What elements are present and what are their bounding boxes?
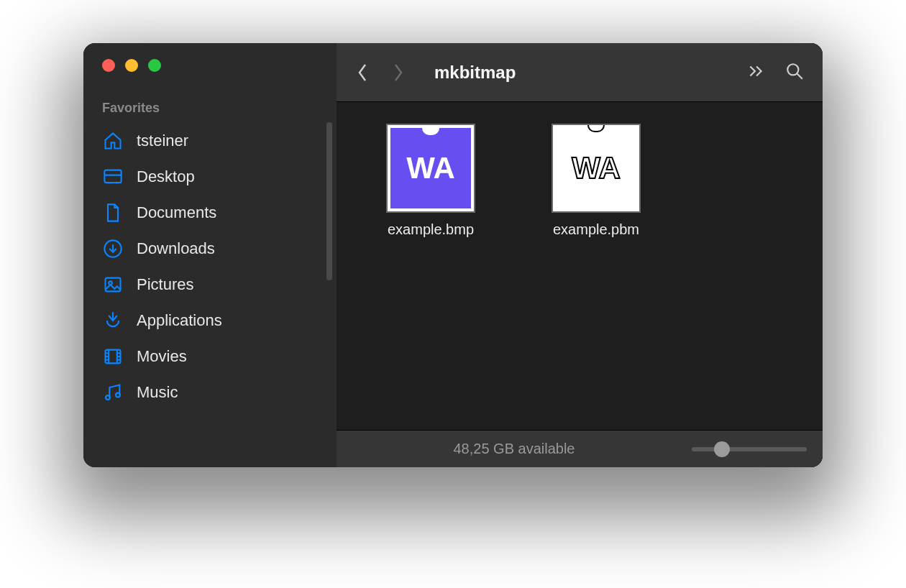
window-controls <box>83 59 337 72</box>
sidebar-item-label: Music <box>137 383 178 402</box>
forward-button[interactable] <box>391 63 406 83</box>
file-thumbnail: WA <box>552 124 641 213</box>
sidebar-item-desktop[interactable]: Desktop <box>83 159 337 195</box>
wa-logo-purple-icon: WA <box>390 128 471 208</box>
search-button[interactable] <box>785 62 804 83</box>
sidebar-section-label: Favorites <box>83 101 337 123</box>
toolbar: mkbitmap <box>337 43 823 102</box>
file-thumbnail: WA <box>386 124 475 213</box>
more-toolbar-button[interactable] <box>746 62 765 83</box>
film-icon <box>102 346 124 367</box>
sidebar-scrollbar[interactable] <box>326 122 332 280</box>
icon-size-slider[interactable] <box>692 447 807 451</box>
svg-rect-3 <box>106 278 121 292</box>
sidebar: Favorites tsteiner Desktop Documents <box>83 43 337 467</box>
svg-point-16 <box>787 64 798 75</box>
file-item[interactable]: WA example.pbm <box>535 124 657 238</box>
sidebar-item-movies[interactable]: Movies <box>83 339 337 375</box>
sidebar-item-label: Movies <box>137 347 187 366</box>
finder-window: Favorites tsteiner Desktop Documents <box>83 43 823 467</box>
thumb-text: WA <box>406 151 455 185</box>
svg-line-17 <box>797 73 802 79</box>
sidebar-favorites-list: tsteiner Desktop Documents Downloads <box>83 123 337 410</box>
sidebar-item-label: tsteiner <box>137 132 188 150</box>
sidebar-item-label: Pictures <box>137 275 193 294</box>
sidebar-item-label: Desktop <box>137 167 195 186</box>
desktop-icon <box>102 166 124 188</box>
sidebar-item-tsteiner[interactable]: tsteiner <box>83 123 337 159</box>
status-text: 48,25 GB available <box>337 441 692 457</box>
thumb-text: WA <box>572 151 621 185</box>
slider-knob[interactable] <box>714 441 730 457</box>
music-icon <box>102 382 124 403</box>
file-item[interactable]: WA example.bmp <box>370 124 492 238</box>
sidebar-item-label: Applications <box>137 311 222 330</box>
download-icon <box>102 238 124 259</box>
sidebar-item-downloads[interactable]: Downloads <box>83 231 337 267</box>
maximize-window-button[interactable] <box>148 59 161 72</box>
applications-icon <box>102 310 124 331</box>
home-icon <box>102 130 124 152</box>
wa-logo-outline-icon: WA <box>553 125 639 211</box>
minimize-window-button[interactable] <box>125 59 138 72</box>
document-icon <box>102 202 124 224</box>
toolbar-right <box>746 62 804 83</box>
file-name-label: example.pbm <box>553 221 639 238</box>
main-area: mkbitmap WA example.bmp <box>337 43 823 467</box>
sidebar-item-documents[interactable]: Documents <box>83 195 337 231</box>
sidebar-item-pictures[interactable]: Pictures <box>83 267 337 303</box>
sidebar-item-label: Downloads <box>137 239 215 258</box>
svg-rect-0 <box>104 170 121 183</box>
svg-point-14 <box>106 395 110 400</box>
file-grid[interactable]: WA example.bmp WA example.pbm <box>337 102 823 430</box>
file-name-label: example.bmp <box>388 221 474 238</box>
picture-icon <box>102 274 124 295</box>
sidebar-item-applications[interactable]: Applications <box>83 303 337 339</box>
back-button[interactable] <box>355 63 370 83</box>
close-window-button[interactable] <box>102 59 115 72</box>
sidebar-item-label: Documents <box>137 203 216 222</box>
sidebar-item-music[interactable]: Music <box>83 375 337 410</box>
slider-track[interactable] <box>692 447 807 451</box>
folder-title: mkbitmap <box>434 63 746 83</box>
status-bar: 48,25 GB available <box>337 430 823 467</box>
nav-arrows <box>355 63 406 83</box>
svg-point-15 <box>116 393 120 398</box>
